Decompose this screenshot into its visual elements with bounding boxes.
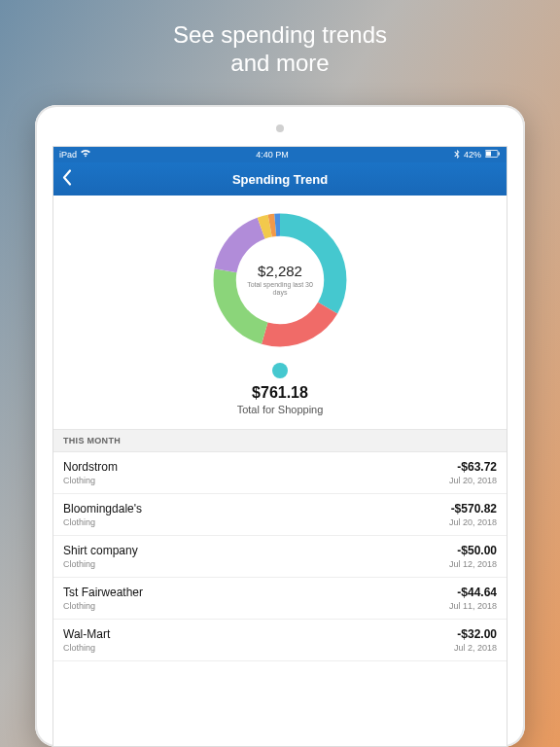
txn-date: Jul 11, 2018: [449, 601, 497, 611]
wifi-icon: [81, 150, 90, 160]
marketing-headline: See spending trends and more: [0, 0, 560, 78]
back-button[interactable]: [61, 169, 73, 190]
donut-total: $2,282: [244, 263, 317, 279]
transaction-row[interactable]: Wal-MartClothing-$32.00Jul 2, 2018: [53, 620, 507, 661]
battery-pct: 42%: [464, 150, 481, 160]
txn-amount: -$44.64: [449, 586, 497, 599]
page-title: Spending Trend: [232, 172, 328, 187]
merchant-name: Tst Fairweather: [63, 586, 143, 599]
transaction-row[interactable]: Shirt companyClothing-$50.00Jul 12, 2018: [53, 536, 507, 578]
selected-slice-dot: [272, 363, 288, 378]
device-name: iPad: [59, 150, 77, 160]
selected-label: Total for Shopping: [53, 404, 507, 415]
txn-date: Jul 2, 2018: [454, 643, 497, 653]
merchant-name: Shirt company: [63, 544, 138, 557]
merchant-category: Clothing: [63, 476, 118, 485]
txn-date: Jul 12, 2018: [449, 559, 497, 569]
chart-panel: $2,282 Total spending last 30 days $761.…: [53, 196, 507, 429]
transaction-list: NordstromClothing-$63.72Jul 20, 2018Bloo…: [53, 452, 507, 661]
merchant-name: Wal-Mart: [63, 627, 110, 641]
txn-amount: -$32.00: [454, 627, 497, 641]
donut-subtitle: Total spending last 30 days: [244, 281, 317, 298]
donut-chart[interactable]: $2,282 Total spending last 30 days: [207, 207, 353, 353]
battery-icon: [485, 150, 501, 160]
nav-bar: Spending Trend: [53, 162, 507, 196]
donut-center: $2,282 Total spending last 30 days: [244, 263, 317, 298]
headline-line1: See spending trends: [173, 21, 387, 48]
merchant-category: Clothing: [63, 601, 143, 611]
transaction-row[interactable]: Tst FairweatherClothing-$44.64Jul 11, 20…: [53, 578, 507, 620]
merchant-category: Clothing: [63, 517, 142, 527]
txn-date: Jul 20, 2018: [449, 476, 497, 485]
txn-amount: -$570.82: [449, 502, 497, 516]
txn-amount: -$50.00: [449, 544, 497, 557]
clock: 4:40 PM: [256, 150, 289, 160]
merchant-name: Bloomingdale's: [63, 502, 142, 516]
bluetooth-icon: [454, 150, 460, 160]
merchant-category: Clothing: [63, 559, 138, 569]
transaction-row[interactable]: Bloomingdale'sClothing-$570.82Jul 20, 20…: [53, 494, 507, 536]
svg-rect-2: [499, 153, 500, 156]
txn-date: Jul 20, 2018: [449, 517, 497, 527]
transaction-row[interactable]: NordstromClothing-$63.72Jul 20, 2018: [53, 452, 507, 494]
status-bar: iPad 4:40 PM 42%: [53, 147, 507, 162]
merchant-category: Clothing: [63, 643, 110, 653]
selected-amount: $761.18: [53, 384, 507, 402]
headline-line2: and more: [230, 50, 329, 76]
merchant-name: Nordstrom: [63, 460, 118, 474]
txn-amount: -$63.72: [449, 460, 497, 474]
ipad-frame: iPad 4:40 PM 42%: [35, 105, 525, 747]
section-header: THIS MONTH: [53, 429, 507, 452]
svg-rect-1: [486, 152, 491, 157]
screen: iPad 4:40 PM 42%: [52, 146, 508, 747]
